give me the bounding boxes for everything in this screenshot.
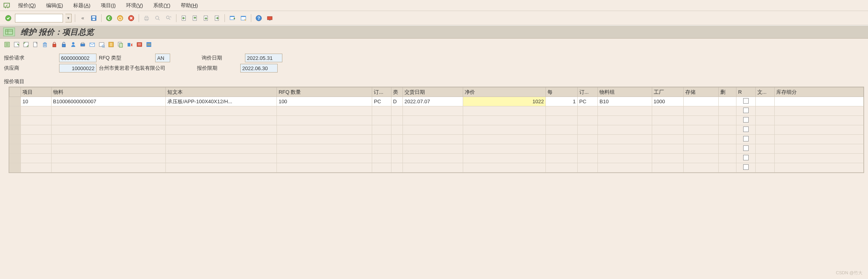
messages-icon[interactable] <box>88 41 96 48</box>
cell-r[interactable] <box>736 97 755 106</box>
vendor-code-field[interactable]: 10000022 <box>59 64 96 73</box>
cell-plant[interactable]: 1000 <box>652 97 684 106</box>
unlock-icon[interactable] <box>60 41 68 48</box>
lock-icon[interactable] <box>50 41 58 48</box>
r-checkbox[interactable] <box>743 145 749 151</box>
po-history-icon[interactable] <box>135 41 143 48</box>
r-checkbox[interactable] <box>743 155 749 160</box>
menu-environment[interactable]: 环境(V) <box>121 1 148 10</box>
rfq-type-field[interactable]: AN <box>155 54 170 62</box>
col-text[interactable]: 文... <box>755 87 774 97</box>
new-item-icon[interactable] <box>32 41 39 48</box>
cell-material-group[interactable]: B10 <box>598 97 652 106</box>
print-preview-icon[interactable] <box>79 41 87 48</box>
svg-rect-20 <box>241 16 246 17</box>
col-storage[interactable]: 存储 <box>684 87 719 97</box>
table-row-empty <box>9 144 864 154</box>
services-icon[interactable] <box>126 41 134 48</box>
col-selector[interactable] <box>9 87 21 97</box>
quote-deadline-field[interactable]: 2022.06.30 <box>240 64 278 73</box>
cell-delivery-date[interactable]: 2022.07.07 <box>402 97 463 106</box>
col-material[interactable]: 物料 <box>51 87 165 97</box>
menu-edit[interactable]: 编辑(E) <box>41 1 68 10</box>
cell-item[interactable]: 10 <box>21 97 51 106</box>
col-net-price[interactable]: 净价 <box>463 87 546 97</box>
cell-order-pu[interactable]: PC <box>577 97 598 106</box>
r-checkbox[interactable] <box>743 117 749 123</box>
enter-icon[interactable] <box>4 14 13 22</box>
delete-icon[interactable] <box>41 41 49 48</box>
col-short-text[interactable]: 短文本 <box>165 87 276 97</box>
next-page-icon[interactable] <box>202 14 210 22</box>
copy-icon[interactable] <box>117 41 124 48</box>
exit-icon[interactable] <box>116 14 124 22</box>
schedule-icon[interactable] <box>22 41 30 48</box>
addl-data-icon[interactable] <box>145 41 153 48</box>
command-dropdown[interactable]: ▼ <box>65 14 72 22</box>
cell-material[interactable]: B10006000000007 <box>51 97 165 106</box>
vendor-icon[interactable] <box>69 41 77 48</box>
command-input[interactable] <box>15 14 63 22</box>
cell-order-unit[interactable]: PC <box>372 97 391 106</box>
find-icon[interactable] <box>153 14 162 22</box>
conditions-icon[interactable] <box>98 41 106 48</box>
r-checkbox[interactable] <box>743 98 749 104</box>
r-checkbox[interactable] <box>743 108 749 113</box>
overview-icon[interactable] <box>13 41 20 48</box>
menu-bar: 报价(Q) 编辑(E) 标题(A) 项目(I) 环境(V) 系统(Y) 帮助(H… <box>0 0 868 11</box>
col-per[interactable]: 每 <box>546 87 578 97</box>
help-icon[interactable]: ? <box>254 14 263 22</box>
col-order-unit[interactable]: 订... <box>372 87 391 97</box>
menu-header[interactable]: 标题(A) <box>69 1 95 10</box>
col-delivery-date[interactable]: 交货日期 <box>402 87 463 97</box>
last-page-icon[interactable] <box>213 14 221 22</box>
menu-quote[interactable]: 报价(Q) <box>13 1 41 10</box>
row-selector[interactable] <box>9 97 21 106</box>
col-plant[interactable]: 工厂 <box>652 87 684 97</box>
layout-icon[interactable] <box>239 14 248 22</box>
menu-item[interactable]: 项目(I) <box>96 1 121 10</box>
col-r[interactable]: R <box>736 87 755 97</box>
cell-stock-seg[interactable] <box>774 97 863 106</box>
inquiry-date-field[interactable]: 2022.05.31 <box>245 54 282 62</box>
r-checkbox[interactable] <box>743 126 749 132</box>
svg-rect-25 <box>6 30 13 34</box>
title-icon[interactable] <box>3 28 15 36</box>
customize-icon[interactable] <box>265 14 274 22</box>
save-icon[interactable] <box>89 14 98 22</box>
back-double-icon[interactable]: « <box>78 14 87 22</box>
cell-per[interactable]: 1 <box>546 97 578 106</box>
col-delete[interactable]: 删 <box>718 87 736 97</box>
find-next-icon[interactable] <box>164 14 173 22</box>
col-material-group[interactable]: 物料组 <box>598 87 652 97</box>
account-icon[interactable] <box>107 41 115 48</box>
first-page-icon[interactable] <box>180 14 188 22</box>
col-order-pu[interactable]: 订... <box>577 87 598 97</box>
cell-short-text[interactable]: 承压板/APP-100X40X12/H... <box>165 97 276 106</box>
menu-help[interactable]: 帮助(H) <box>176 1 203 10</box>
cell-net-price[interactable]: 1022 <box>463 97 546 106</box>
cell-text[interactable] <box>755 97 774 106</box>
prev-page-icon[interactable] <box>191 14 199 22</box>
col-item[interactable]: 项目 <box>21 87 51 97</box>
cell-rfq-qty[interactable]: 100 <box>277 97 372 106</box>
col-stock-seg[interactable]: 库存细分 <box>774 87 863 97</box>
table-row: 10 B10006000000007 承压板/APP-100X40X12/H..… <box>9 97 864 106</box>
new-session-icon[interactable] <box>228 14 237 22</box>
header-form: 报价请求 6000000002 RFQ 类型 AN 询价日期 2022.05.3… <box>0 50 868 74</box>
cancel-icon[interactable] <box>127 14 135 22</box>
cell-delete[interactable] <box>718 97 736 106</box>
app-menu-icon[interactable] <box>3 2 10 9</box>
detail-icon[interactable] <box>3 41 11 48</box>
rfq-request-field[interactable]: 6000000002 <box>59 54 96 62</box>
back-icon[interactable] <box>105 14 113 22</box>
r-checkbox[interactable] <box>743 136 749 141</box>
print-icon[interactable] <box>142 14 151 22</box>
cell-cat[interactable]: D <box>391 97 402 106</box>
menu-system[interactable]: 系统(Y) <box>148 1 175 10</box>
cell-storage[interactable] <box>684 97 719 106</box>
r-checkbox[interactable] <box>743 164 749 170</box>
col-rfq-qty[interactable]: RFQ 数量 <box>277 87 372 97</box>
col-cat[interactable]: 类 <box>391 87 402 97</box>
svg-point-33 <box>72 42 74 45</box>
